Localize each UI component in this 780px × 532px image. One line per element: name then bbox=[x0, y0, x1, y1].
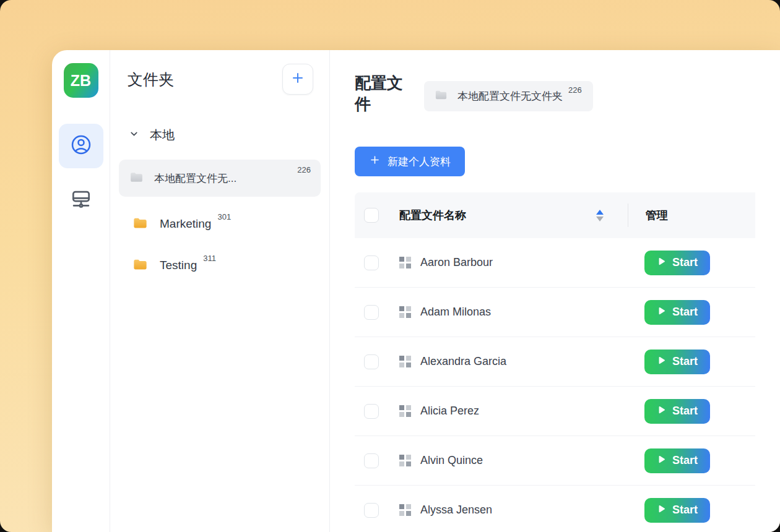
chevron-down-icon bbox=[129, 129, 139, 142]
name-column-header: 配置文件名称 bbox=[399, 208, 466, 223]
folder-item-label: 本地配置文件无... bbox=[154, 171, 236, 186]
folder-item-count: 226 bbox=[297, 165, 311, 174]
select-all-checkbox[interactable] bbox=[364, 208, 379, 223]
folder-panel: 文件夹 本地 bbox=[110, 50, 330, 532]
current-folder-count: 226 bbox=[568, 85, 582, 95]
drag-grid-icon[interactable] bbox=[399, 504, 411, 516]
table-row: Alexandra Garcia Start bbox=[355, 337, 755, 387]
drag-grid-icon[interactable] bbox=[399, 306, 411, 318]
folder-item-label: Testing bbox=[160, 259, 197, 272]
start-button[interactable]: Start bbox=[644, 300, 710, 325]
folder-panel-title: 文件夹 bbox=[128, 69, 174, 90]
profile-name: Aaron Barbour bbox=[420, 256, 628, 269]
row-checkbox[interactable] bbox=[364, 305, 379, 320]
profiles-table: 配置文件名称 管理 Aaron Barbour bbox=[355, 192, 755, 532]
nav-network-button[interactable] bbox=[59, 178, 103, 223]
sort-asc-icon bbox=[596, 210, 604, 215]
row-checkbox[interactable] bbox=[364, 354, 379, 369]
drag-grid-icon[interactable] bbox=[399, 455, 411, 466]
device-network-icon bbox=[69, 187, 93, 213]
plus-icon bbox=[290, 71, 305, 88]
folder-group-label: 本地 bbox=[150, 127, 175, 144]
table-row: Alicia Perez Start bbox=[355, 387, 755, 436]
drag-grid-icon[interactable] bbox=[399, 405, 411, 417]
start-button-label: Start bbox=[672, 504, 698, 517]
play-icon bbox=[657, 355, 666, 368]
row-checkbox[interactable] bbox=[364, 453, 379, 468]
row-checkbox[interactable] bbox=[364, 503, 379, 518]
start-button-label: Start bbox=[672, 256, 698, 269]
start-button-label: Start bbox=[672, 306, 698, 319]
play-icon bbox=[657, 504, 666, 517]
new-profile-button-label: 新建个人资料 bbox=[388, 155, 451, 169]
start-button-label: Start bbox=[672, 405, 698, 418]
play-icon bbox=[657, 454, 666, 467]
folder-item-selected[interactable]: 本地配置文件无... 226 bbox=[119, 160, 321, 197]
row-checkbox[interactable] bbox=[364, 255, 379, 270]
profile-name: Adam Milonas bbox=[420, 306, 628, 319]
new-profile-button[interactable]: 新建个人资料 bbox=[355, 147, 465, 176]
folder-gray-icon bbox=[129, 169, 144, 187]
desktop-background: ZB bbox=[0, 0, 780, 532]
profile-name: Alicia Perez bbox=[420, 405, 628, 418]
table-row: Alvin Quince Start bbox=[355, 436, 755, 486]
row-checkbox[interactable] bbox=[364, 404, 379, 419]
profile-name: Alexandra Garcia bbox=[420, 355, 628, 368]
app-window: ZB bbox=[52, 50, 780, 532]
drag-grid-icon[interactable] bbox=[399, 356, 411, 367]
table-header: 配置文件名称 管理 bbox=[355, 192, 755, 238]
page-title: 配置文件 bbox=[355, 72, 409, 115]
profile-name: Alyssa Jensen bbox=[420, 504, 628, 517]
current-folder-label: 本地配置文件无文件夹 bbox=[457, 89, 563, 103]
plus-icon bbox=[369, 154, 381, 169]
profile-name: Alvin Quince bbox=[420, 454, 628, 467]
drag-grid-icon[interactable] bbox=[399, 257, 411, 268]
nav-profiles-button[interactable] bbox=[59, 124, 103, 168]
main-content: 配置文件 本地配置文件无文件夹 226 新建个 bbox=[330, 50, 780, 532]
start-button[interactable]: Start bbox=[644, 498, 710, 523]
start-button[interactable]: Start bbox=[644, 350, 710, 374]
folder-gray-icon bbox=[434, 88, 448, 105]
play-icon bbox=[657, 405, 666, 418]
app-logo-text: ZB bbox=[71, 72, 91, 90]
add-folder-button[interactable] bbox=[282, 64, 313, 95]
play-icon bbox=[657, 306, 666, 319]
sort-control[interactable] bbox=[596, 210, 604, 221]
folder-group-local[interactable]: 本地 bbox=[110, 127, 329, 144]
table-body: Aaron Barbour Start Adam Milonas bbox=[355, 238, 755, 532]
current-folder-chip[interactable]: 本地配置文件无文件夹 226 bbox=[424, 81, 593, 111]
manage-column-header: 管理 bbox=[646, 208, 668, 223]
table-row: Alyssa Jensen Start bbox=[355, 486, 755, 532]
folder-item-count: 311 bbox=[203, 254, 216, 263]
icon-rail: ZB bbox=[52, 50, 110, 532]
start-button[interactable]: Start bbox=[644, 448, 710, 473]
folder-item-testing[interactable]: Testing 311 bbox=[110, 251, 329, 280]
table-row: Adam Milonas Start bbox=[355, 288, 755, 337]
start-button-label: Start bbox=[672, 355, 698, 368]
start-button[interactable]: Start bbox=[644, 251, 710, 275]
folder-orange-icon bbox=[132, 256, 149, 275]
table-row: Aaron Barbour Start bbox=[355, 238, 755, 288]
start-button[interactable]: Start bbox=[644, 399, 710, 424]
start-button-label: Start bbox=[672, 454, 698, 467]
sort-desc-icon bbox=[596, 217, 604, 221]
folder-item-count: 301 bbox=[217, 212, 231, 221]
play-icon bbox=[657, 256, 666, 269]
folder-orange-icon bbox=[132, 215, 149, 234]
folder-item-marketing[interactable]: Marketing 301 bbox=[110, 210, 329, 238]
folder-item-label: Marketing bbox=[160, 217, 211, 231]
user-circle-icon bbox=[70, 134, 92, 158]
app-logo: ZB bbox=[64, 63, 98, 98]
